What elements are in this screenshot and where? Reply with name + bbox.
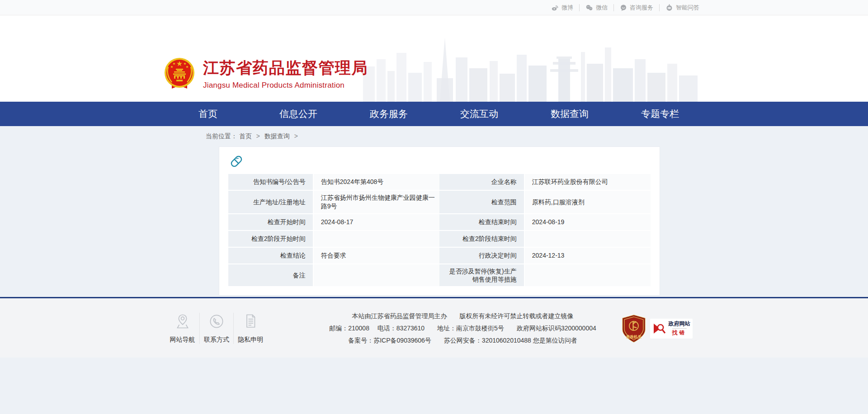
footer-badges: 党政机关 政府网站 找错 — [622, 315, 705, 343]
field-label: 检查2阶段开始时间 — [228, 231, 313, 248]
field-label: 告知书编号/公告号 — [228, 174, 313, 191]
site-footer: 网站导航 联系方式 隐私申明 — [0, 297, 868, 358]
table-row: 检查结论 符合要求 行政决定时间 2024-12-13 — [228, 248, 651, 264]
footer-line-contact: 邮编：210008 电话：83273610 地址：南京市鼓楼街5号 政府网站标识… — [303, 322, 622, 334]
field-value: 2024-12-13 — [524, 248, 651, 264]
topbar-item-label: 微博 — [561, 4, 573, 12]
topbar-item-label: 智能问答 — [676, 4, 699, 12]
field-label: 生产地址/注册地址 — [228, 191, 313, 214]
field-value — [313, 264, 439, 287]
field-label: 检查2阶段结束时间 — [439, 231, 524, 248]
party-gov-badge[interactable]: 党政机关 — [622, 315, 646, 343]
nav-item-gov-services[interactable]: 政务服务 — [344, 102, 434, 126]
inspection-detail-table: 告知书编号/公告号 告知书2024年第408号 企业名称 江苏联环药业股份有限公… — [228, 174, 651, 287]
pill-icon — [228, 153, 245, 169]
site-title: 江苏省药品监督管理局 — [203, 57, 368, 79]
breadcrumb: 当前位置： 首页 > 数据查询 > — [163, 126, 705, 146]
topbar-weibo[interactable]: 微博 — [545, 4, 579, 11]
nav-item-data-query[interactable]: 数据查询 — [524, 102, 615, 126]
chat-icon — [620, 4, 627, 11]
footer-line-icp: 备案号：苏ICP备09039606号 苏公网安备：32010602010488 … — [303, 334, 622, 347]
table-row: 检查2阶段开始时间 检查2阶段结束时间 — [228, 231, 651, 248]
breadcrumb-separator: > — [294, 132, 298, 140]
field-label: 检查结束时间 — [439, 214, 524, 231]
nav-item-interaction[interactable]: 交流互动 — [434, 102, 524, 126]
site-header: 江苏省药品监督管理局 Jiangsu Medical Products Admi… — [0, 15, 868, 102]
field-value: 符合要求 — [313, 248, 439, 264]
robot-icon — [665, 4, 673, 11]
site-subtitle: Jiangsu Medical Products Administration — [203, 81, 368, 90]
footer-link-privacy[interactable]: 隐私申明 — [233, 313, 267, 344]
field-label: 是否涉及暂停(恢复)生产销售使用等措施 — [439, 264, 524, 287]
field-label: 检查范围 — [439, 191, 524, 214]
nav-item-home[interactable]: 首页 — [163, 102, 253, 126]
footer-link-sitemap[interactable]: 网站导航 — [165, 313, 199, 344]
field-value: 江苏联环药业股份有限公司 — [524, 174, 651, 191]
footer-line-host: 本站由江苏省药品监督管理局主办 版权所有未经许可禁止转载或者建立镜像 — [303, 310, 622, 322]
finderr-badge-subtitle: 找错 — [672, 328, 687, 336]
gov-site-error-report-badge[interactable]: 政府网站 找错 — [650, 319, 693, 339]
top-utility-bar: 微博 微信 咨询服务 智能问答 — [0, 0, 868, 15]
footer-quick-links: 网站导航 联系方式 隐私申明 — [163, 313, 267, 344]
weibo-icon — [551, 4, 559, 11]
table-row: 生产地址/注册地址 江苏省扬州市扬州生物健康产业园健康一路9号 检查范围 原料药… — [228, 191, 651, 214]
topbar-item-label: 微信 — [596, 4, 608, 12]
site-logo[interactable]: 江苏省药品监督管理局 Jiangsu Medical Products Admi… — [163, 57, 368, 90]
field-value: 江苏省扬州市扬州生物健康产业园健康一路9号 — [313, 191, 439, 214]
topbar-smart-qa[interactable]: 智能问答 — [659, 4, 705, 11]
main-nav: 首页 信息公开 政务服务 交流互动 数据查询 专题专栏 — [0, 102, 868, 126]
footer-link-label: 隐私申明 — [234, 336, 267, 344]
party-gov-badge-label: 党政机关 — [626, 334, 642, 339]
field-label: 检查结论 — [228, 248, 313, 264]
national-emblem-icon — [163, 57, 196, 90]
find-error-icon — [653, 322, 666, 335]
map-pin-icon — [174, 313, 191, 330]
wechat-icon — [585, 4, 593, 11]
nav-item-info-disclosure[interactable]: 信息公开 — [253, 102, 344, 126]
document-icon — [242, 313, 259, 330]
footer-info: 本站由江苏省药品监督管理局主办 版权所有未经许可禁止转载或者建立镜像 邮编：21… — [267, 310, 622, 347]
field-value — [524, 264, 651, 287]
field-label: 企业名称 — [439, 174, 524, 191]
breadcrumb-link-home[interactable]: 首页 — [239, 132, 252, 140]
topbar-consult-service[interactable]: 咨询服务 — [613, 4, 659, 11]
table-row: 检查开始时间 2024-08-17 检查结束时间 2024-08-19 — [228, 214, 651, 231]
nav-item-special-columns[interactable]: 专题专栏 — [615, 102, 705, 126]
topbar-item-label: 咨询服务 — [630, 4, 653, 12]
breadcrumb-link-data-query[interactable]: 数据查询 — [264, 132, 290, 140]
field-value — [313, 231, 439, 248]
inspection-detail-card: 告知书编号/公告号 告知书2024年第408号 企业名称 江苏联环药业股份有限公… — [219, 146, 660, 296]
table-row: 告知书编号/公告号 告知书2024年第408号 企业名称 江苏联环药业股份有限公… — [228, 174, 651, 191]
field-label: 备注 — [228, 264, 313, 287]
topbar-wechat[interactable]: 微信 — [579, 4, 613, 11]
breadcrumb-prefix: 当前位置： — [206, 132, 237, 140]
field-value — [524, 231, 651, 248]
phone-icon — [208, 313, 225, 330]
field-label: 行政决定时间 — [439, 248, 524, 264]
field-label: 检查开始时间 — [228, 214, 313, 231]
footer-link-label: 联系方式 — [200, 336, 233, 344]
city-skyline-graphic — [363, 34, 698, 102]
footer-link-label: 网站导航 — [165, 336, 199, 344]
table-row: 备注 是否涉及暂停(恢复)生产销售使用等措施 — [228, 264, 651, 287]
finderr-badge-title: 政府网站 — [669, 320, 690, 327]
footer-link-contact[interactable]: 联系方式 — [199, 313, 233, 344]
breadcrumb-separator: > — [256, 132, 260, 140]
field-value: 原料药,口服溶液剂 — [524, 191, 651, 214]
field-value: 2024-08-19 — [524, 214, 651, 231]
field-value: 告知书2024年第408号 — [313, 174, 439, 191]
field-value: 2024-08-17 — [313, 214, 439, 231]
